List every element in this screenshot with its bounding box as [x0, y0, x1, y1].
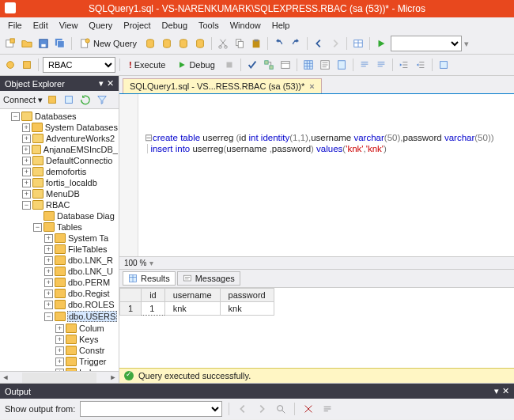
cell[interactable]: knk — [220, 302, 274, 316]
tree-node[interactable]: Colum — [78, 324, 105, 333]
cell[interactable]: knk — [164, 302, 220, 316]
expand-icon[interactable]: − — [11, 112, 20, 121]
stop-icon[interactable] — [222, 58, 236, 72]
expand-icon[interactable]: + — [44, 289, 53, 298]
tree-node-users[interactable]: dbo.USERS — [67, 311, 117, 322]
database-combobox[interactable]: RBAC — [43, 57, 115, 73]
close-panel-icon[interactable]: ✕ — [502, 386, 509, 396]
tree-node[interactable]: dbo.LNK_R — [67, 255, 114, 265]
tree-node[interactable]: Constr — [78, 346, 105, 355]
tree-node[interactable]: MenuDB — [45, 189, 81, 199]
tree-node[interactable]: System Databases — [44, 123, 119, 132]
oe-icon-2[interactable] — [62, 93, 76, 107]
file-result-icon[interactable] — [334, 58, 349, 72]
col-header[interactable]: password — [220, 289, 274, 302]
comment-icon[interactable] — [357, 58, 372, 72]
new-query-button[interactable]: New Query — [76, 36, 141, 51]
tree-node[interactable]: System Ta — [67, 233, 109, 243]
col-header[interactable]: id — [142, 289, 165, 302]
oe-refresh-icon[interactable] — [78, 93, 93, 107]
db-icon-1[interactable] — [143, 36, 157, 51]
menu-help[interactable]: Help — [267, 19, 295, 32]
sql-editor[interactable]: ⊟create table userreg (id int identity(1… — [119, 94, 514, 256]
paste-icon[interactable] — [249, 36, 263, 51]
oe-icon-1[interactable] — [45, 93, 59, 107]
table-icon[interactable] — [351, 36, 365, 51]
outdent-icon[interactable] — [414, 58, 428, 72]
tree-node[interactable]: Trigger — [78, 357, 107, 366]
misc-icon[interactable] — [437, 58, 451, 72]
expand-icon[interactable]: + — [44, 301, 53, 309]
execute-button[interactable]: ! Execute — [124, 59, 170, 71]
expand-icon[interactable]: + — [22, 146, 30, 154]
menu-tools[interactable]: Tools — [194, 19, 224, 32]
save-all-icon[interactable] — [53, 36, 67, 51]
tree-node[interactable]: AnjanaEMSIncDB_ — [43, 145, 119, 154]
results-tab[interactable]: Results — [123, 271, 176, 286]
tree-node[interactable]: FileTables — [67, 244, 108, 254]
expand-icon[interactable]: − — [44, 312, 53, 321]
new-project-icon[interactable] — [3, 36, 17, 51]
expand-icon[interactable]: + — [44, 234, 53, 243]
out-clear-icon[interactable] — [301, 402, 316, 416]
tree-node[interactable]: dbo.ROLES — [67, 300, 115, 309]
menu-window[interactable]: Window — [225, 19, 266, 32]
out-wrap-icon[interactable] — [320, 402, 334, 416]
tree-node[interactable]: dbo.Regist — [67, 289, 111, 298]
tree-node-rbac[interactable]: RBAC — [45, 200, 71, 210]
tree-node-tables[interactable]: Tables — [56, 222, 83, 232]
tree-node[interactable]: AdventureWorks2 — [45, 134, 115, 143]
expand-icon[interactable]: + — [44, 278, 53, 287]
redo-icon[interactable] — [289, 36, 303, 51]
object-tree[interactable]: −Databases +System Databases +AdventureW… — [0, 109, 119, 371]
tree-node[interactable]: dbo.PERM — [67, 278, 111, 287]
col-header[interactable]: username — [164, 289, 220, 302]
indent-icon[interactable] — [397, 58, 411, 72]
undo-icon[interactable] — [272, 36, 286, 51]
output-source-combobox[interactable] — [80, 401, 222, 417]
tree-node[interactable]: demofortis — [45, 167, 87, 176]
parse-icon[interactable] — [245, 58, 259, 72]
expand-icon[interactable]: + — [44, 267, 53, 276]
expand-icon[interactable]: + — [22, 157, 31, 165]
expand-icon[interactable]: + — [22, 168, 31, 176]
tool-a-icon[interactable] — [3, 58, 17, 72]
expand-icon[interactable]: + — [44, 256, 53, 265]
tree-scrollbar-h[interactable]: ◄► — [0, 371, 119, 383]
menu-view[interactable]: View — [55, 19, 83, 32]
tree-node[interactable]: dbo.LNK_U — [67, 267, 114, 276]
nav-fwd-icon[interactable] — [328, 36, 342, 51]
expand-icon[interactable]: + — [55, 346, 64, 355]
zoom-level[interactable]: 100 % — [124, 259, 146, 267]
nav-back-icon[interactable] — [312, 36, 326, 51]
uncomment-icon[interactable] — [374, 58, 388, 72]
tool-b-icon[interactable] — [20, 58, 34, 72]
expand-icon[interactable]: + — [44, 245, 53, 254]
out-icon-1[interactable] — [236, 402, 250, 416]
start-dropdown[interactable] — [391, 36, 462, 51]
save-icon[interactable] — [36, 36, 51, 51]
db-icon-4[interactable] — [193, 36, 207, 51]
expand-icon[interactable]: + — [55, 335, 64, 344]
messages-tab[interactable]: Messages — [177, 271, 240, 286]
menu-debug[interactable]: Debug — [157, 19, 192, 32]
expand-icon[interactable]: − — [22, 201, 31, 210]
table-row[interactable]: 1 1 knk knk — [120, 302, 274, 316]
menu-edit[interactable]: Edit — [28, 19, 53, 32]
cut-icon[interactable] — [216, 36, 230, 51]
expand-icon[interactable]: + — [22, 179, 31, 187]
editor-tab[interactable]: SQLQuery1.sql - VS...RESS.RBAC (sa (53))… — [123, 78, 322, 93]
expand-icon[interactable]: + — [55, 358, 64, 366]
tree-node[interactable]: fortis_localdb — [45, 178, 98, 187]
tree-node[interactable]: Keys — [78, 335, 99, 344]
expand-icon[interactable]: + — [55, 324, 64, 333]
start-icon[interactable] — [374, 36, 388, 51]
oe-filter-icon[interactable] — [95, 93, 109, 107]
connect-button[interactable]: Connect ▾ — [3, 95, 43, 105]
grid-icon[interactable] — [301, 58, 316, 72]
tree-node[interactable]: DefaultConnectio — [45, 156, 113, 165]
expand-icon[interactable]: − — [33, 223, 42, 232]
opts-icon[interactable] — [278, 58, 293, 72]
db-icon-2[interactable] — [160, 36, 174, 51]
debug-button[interactable]: Debug — [172, 59, 219, 71]
